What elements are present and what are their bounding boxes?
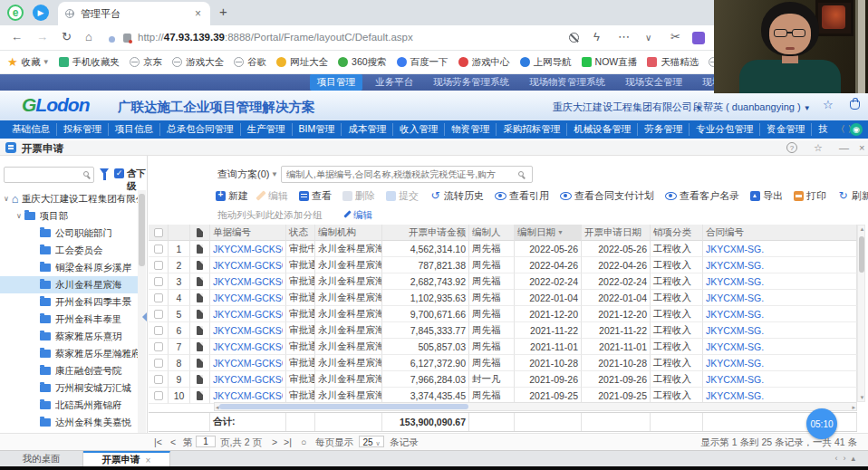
menu-item[interactable]: BIM管理: [293, 123, 342, 136]
tree-item[interactable]: ∨⌂重庆大江建设工程集团有限公: [0, 190, 138, 207]
tree-item[interactable]: 北碚禹州雍锦府: [0, 397, 138, 414]
cell-contract[interactable]: JKYCXM-SG.: [703, 322, 857, 339]
查看客户名录-button[interactable]: 查看客户名录: [665, 189, 739, 203]
row-attachment-cell[interactable]: [190, 388, 210, 404]
menu-item[interactable]: 采购招标管理: [497, 123, 567, 136]
header-star-icon[interactable]: ☆: [823, 98, 834, 111]
cell-code[interactable]: JKYCXM-GCKSQ-2021...: [210, 322, 286, 339]
row-attachment-cell[interactable]: [190, 306, 210, 322]
browser-logo-icon[interactable]: e: [7, 5, 24, 21]
taskbar-nav-icons[interactable]: ‹›▴: [834, 454, 861, 463]
last-page-button[interactable]: >|: [284, 436, 292, 447]
page-number-input[interactable]: [196, 436, 216, 447]
bookmark-item[interactable]: 谷歌: [234, 56, 266, 69]
menu-item[interactable]: 基础信息: [5, 123, 57, 136]
row-select-cell[interactable]: [149, 388, 169, 404]
row-select-cell[interactable]: [149, 257, 169, 273]
new-tab-button[interactable]: +: [219, 4, 227, 19]
taskbar-tab-desktop[interactable]: 我的桌面: [0, 451, 83, 467]
打印-button[interactable]: 打印: [794, 189, 826, 203]
menu-item[interactable]: 生产管理: [241, 123, 293, 136]
row-checkbox[interactable]: [154, 277, 163, 286]
row-attachment-cell[interactable]: [190, 339, 210, 355]
查看引用-button[interactable]: 查看引用: [495, 189, 549, 203]
record-link[interactable]: JKYCXM-GCKSQ-2022...: [213, 244, 283, 254]
bookmark-item[interactable]: 上网导航: [520, 56, 572, 69]
adblock-icon[interactable]: [569, 33, 579, 43]
table-row[interactable]: 7JKYCXM-GCKSQ-2021...审批通过永川金科星宸海505,857.…: [149, 339, 857, 355]
bookmark-item[interactable]: 游戏大全: [172, 56, 224, 69]
row-attachment-cell[interactable]: [190, 322, 210, 339]
record-link[interactable]: JKYCXM-SG.: [706, 293, 764, 303]
row-checkbox[interactable]: [154, 359, 163, 368]
user-menu[interactable]: 段帮英 ( duanbangying ) ▼: [693, 101, 811, 114]
tree-item[interactable]: 蔡家雅居乐星瀚雅府: [0, 345, 138, 362]
流转历史-button[interactable]: ↺流转历史: [429, 189, 484, 203]
column-header[interactable]: 编制日期▼: [515, 225, 582, 241]
record-link[interactable]: JKYCXM-SG.: [706, 390, 764, 401]
reload-icon[interactable]: ↻: [62, 30, 72, 43]
tree-item[interactable]: 永川金科星宸海: [0, 276, 138, 293]
browser-tab[interactable]: 管理平台 ×: [58, 2, 210, 25]
row-select-cell[interactable]: [149, 241, 169, 257]
cell-code[interactable]: JKYCXM-GCKSQ-2022...: [210, 273, 286, 290]
bookmark-item[interactable]: NOW直播: [582, 56, 638, 69]
extension-dot-icon[interactable]: [109, 36, 115, 43]
column-header[interactable]: 销项分类: [651, 225, 703, 241]
刷新-button[interactable]: ↻刷新: [837, 189, 868, 203]
row-attachment-cell[interactable]: [190, 241, 210, 257]
taskbar-tab-invoice[interactable]: 开票申请×: [83, 451, 170, 467]
column-header[interactable]: 状态: [286, 225, 315, 241]
menu-item[interactable]: 总承包合同管理: [160, 123, 241, 136]
record-link[interactable]: JKYCXM-GCKSQ-2021...: [213, 390, 283, 401]
record-link[interactable]: JKYCXM-SG.: [706, 309, 764, 320]
record-link[interactable]: JKYCXM-GCKSQ-2021...: [213, 309, 283, 320]
column-header[interactable]: 开票申请日期: [582, 225, 651, 241]
tree-item[interactable]: 开州金科丰泰里: [0, 311, 138, 328]
menu-item[interactable]: 资金管理: [760, 123, 812, 136]
record-link[interactable]: JKYCXM-GCKSQ-2021...: [213, 358, 283, 369]
row-select-cell[interactable]: [149, 339, 169, 355]
cell-code[interactable]: JKYCXM-GCKSQ-2021...: [210, 355, 286, 371]
site-security-icon[interactable]: [123, 34, 131, 43]
cell-code[interactable]: JKYCXM-GCKSQ-2021...: [210, 306, 286, 322]
table-row[interactable]: 4JKYCXM-GCKSQ-2022...审批通过永川金科星宸海1,102,93…: [149, 290, 857, 306]
messenger-icon[interactable]: ▶: [33, 5, 49, 21]
table-row[interactable]: 8JKYCXM-GCKSQ-2021...审批通过永川金科星宸海6,127,37…: [149, 355, 857, 371]
menu-item[interactable]: 投标管理: [57, 123, 109, 136]
tree-item[interactable]: 铜梁金科原乡溪岸: [0, 259, 138, 276]
home-icon[interactable]: ⌂: [85, 30, 92, 43]
bookmark-item[interactable]: 手机收藏夹: [59, 56, 121, 69]
row-select-cell[interactable]: [149, 322, 169, 339]
panel-close-icon[interactable]: ×: [859, 142, 864, 153]
bookmark-item[interactable]: 京东: [130, 56, 162, 69]
favorites-star-icon[interactable]: ★: [7, 55, 18, 69]
menu-item[interactable]: 机械设备管理: [567, 123, 638, 136]
record-link[interactable]: JKYCXM-GCKSQ-2021...: [213, 374, 283, 385]
tab-close-icon[interactable]: ×: [193, 7, 203, 20]
record-link[interactable]: JKYCXM-SG.: [706, 260, 764, 271]
bookmark-item[interactable]: 百度一下: [397, 56, 448, 69]
table-row[interactable]: 6JKYCXM-GCKSQ-2021...审批通过永川金科星宸海7,845,33…: [149, 322, 857, 339]
record-link[interactable]: JKYCXM-SG.: [706, 325, 764, 336]
tree-filter-icon[interactable]: [100, 168, 109, 175]
cell-code[interactable]: JKYCXM-GCKSQ-2022...: [210, 290, 286, 306]
bookmark-item[interactable]: 网址大全: [276, 56, 328, 69]
bookmark-item[interactable]: 天猫精选: [647, 56, 699, 69]
scissors-icon[interactable]: ✂: [670, 30, 680, 43]
url-bar[interactable]: http://47.93.139.39:8888/Portal/Frame/la…: [138, 32, 413, 43]
menu-collapse-icon[interactable]: ◉: [850, 123, 863, 136]
tree-item[interactable]: ∨项目部: [0, 207, 138, 225]
taskbar-tab-close-icon[interactable]: ×: [146, 456, 151, 465]
row-checkbox[interactable]: [154, 342, 163, 351]
column-header[interactable]: 编制人: [469, 225, 515, 241]
cell-contract[interactable]: JKYCXM-SG.: [703, 257, 857, 273]
chevron-down-icon[interactable]: ∨: [16, 212, 22, 220]
cell-contract[interactable]: JKYCXM-SG.: [703, 241, 857, 257]
first-page-button[interactable]: |<: [154, 436, 162, 447]
新建-button[interactable]: 新建: [216, 189, 248, 203]
cell-contract[interactable]: JKYCXM-SG.: [703, 371, 857, 388]
查看合同支付计划-button[interactable]: 查看合同支付计划: [560, 189, 654, 203]
cell-contract[interactable]: JKYCXM-SG.: [703, 273, 857, 290]
column-edit-button[interactable]: 编辑: [346, 209, 372, 222]
